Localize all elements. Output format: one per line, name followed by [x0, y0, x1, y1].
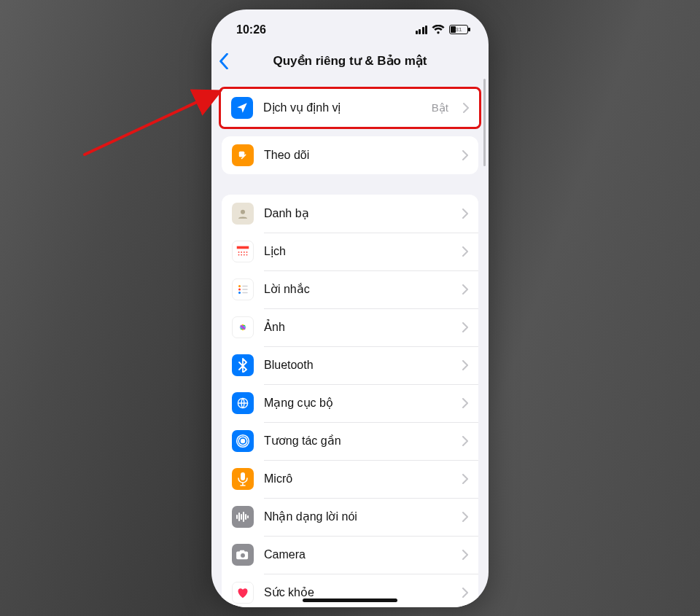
row-label: Micrô [264, 472, 448, 486]
row-label: Sức khỏe [264, 585, 448, 599]
svg-point-9 [244, 254, 245, 255]
scrollbar[interactable] [483, 79, 486, 166]
svg-point-11 [238, 285, 241, 287]
bluetooth-icon [232, 354, 254, 376]
svg-rect-16 [242, 292, 248, 293]
row-label: Dịch vụ định vị [263, 101, 421, 114]
row-label: Camera [264, 548, 448, 561]
row-location-services[interactable]: Dịch vụ định vị Bật [221, 89, 479, 127]
row-label: Tương tác gần [264, 434, 448, 448]
reminders-icon [232, 278, 254, 300]
svg-point-12 [238, 288, 241, 290]
svg-point-13 [238, 292, 241, 294]
status-bar: 10:26 31 [211, 9, 489, 44]
chevron-right-icon [462, 436, 468, 446]
row-local-network[interactable]: Mạng cục bộ [222, 384, 478, 422]
chevron-right-icon [462, 360, 468, 370]
row-label: Lời nhắc [264, 282, 448, 296]
row-label: Lịch [264, 244, 448, 258]
health-heart-icon [232, 582, 254, 604]
row-reminders[interactable]: Lời nhắc [222, 270, 478, 308]
svg-rect-14 [242, 285, 248, 286]
svg-point-10 [246, 254, 248, 255]
chevron-right-icon [462, 208, 468, 219]
svg-rect-27 [241, 472, 245, 480]
chevron-right-icon [462, 150, 468, 160]
svg-rect-2 [237, 246, 249, 249]
svg-point-1 [241, 209, 245, 214]
row-health[interactable]: Sức khỏe [222, 574, 478, 607]
wifi-icon [432, 25, 445, 34]
chevron-right-icon [462, 588, 468, 598]
settings-group-2: Danh bạ Lịch Lời nhắc Ảnh [222, 195, 478, 607]
svg-point-8 [241, 254, 242, 255]
microphone-icon [232, 468, 254, 490]
cellular-signal-icon [416, 26, 428, 34]
row-label: Ảnh [264, 320, 448, 334]
row-nearby-interactions[interactable]: Tương tác gần [222, 422, 478, 460]
nav-header: Quyền riêng tư & Bảo mật [211, 44, 489, 78]
contacts-icon [232, 203, 254, 225]
row-camera[interactable]: Camera [222, 536, 478, 574]
battery-icon: 31 [449, 25, 468, 34]
row-value: Bật [432, 101, 448, 114]
row-label: Danh bạ [264, 206, 448, 220]
row-label: Theo dõi [264, 149, 448, 162]
nearby-icon [232, 430, 254, 452]
chevron-right-icon [462, 398, 468, 408]
svg-point-6 [246, 252, 248, 253]
row-label: Mạng cục bộ [264, 396, 448, 410]
chevron-right-icon [462, 512, 468, 522]
row-bluetooth[interactable]: Bluetooth [222, 346, 478, 384]
chevron-right-icon [463, 103, 469, 113]
camera-icon [232, 544, 254, 566]
status-time: 10:26 [236, 23, 266, 36]
svg-point-5 [244, 252, 245, 253]
back-button[interactable] [219, 53, 229, 69]
chevron-right-icon [462, 550, 468, 560]
photos-icon [232, 316, 254, 338]
chevron-right-icon [462, 322, 468, 332]
globe-grid-icon [232, 392, 254, 414]
svg-point-7 [238, 254, 240, 255]
svg-point-4 [241, 252, 242, 253]
row-contacts[interactable]: Danh bạ [222, 195, 478, 233]
svg-point-3 [238, 252, 240, 253]
chevron-right-icon [462, 474, 468, 484]
row-microphone[interactable]: Micrô [222, 460, 478, 498]
waveform-icon [232, 506, 254, 528]
svg-point-28 [241, 553, 245, 557]
phone-frame: 10:26 31 Quyền riêng tư & Bảo mật Dịch v… [211, 9, 489, 607]
chevron-right-icon [462, 246, 468, 257]
svg-point-24 [241, 439, 245, 442]
row-calendar[interactable]: Lịch [222, 233, 478, 270]
row-speech-recognition[interactable]: Nhận dạng lời nói [222, 498, 478, 536]
page-title: Quyền riêng tư & Bảo mật [273, 53, 427, 69]
status-right: 31 [416, 25, 469, 34]
annotation-arrow [79, 80, 232, 160]
row-label: Nhận dạng lời nói [264, 510, 448, 523]
chevron-left-icon [219, 53, 229, 69]
location-arrow-icon [231, 97, 253, 119]
svg-rect-15 [242, 289, 248, 290]
home-indicator[interactable] [303, 599, 397, 602]
chevron-right-icon [462, 284, 468, 295]
calendar-icon [232, 241, 254, 262]
row-tracking[interactable]: Theo dõi [222, 136, 478, 174]
row-photos[interactable]: Ảnh [222, 308, 478, 346]
settings-group-1: Theo dõi [222, 136, 478, 174]
row-label: Bluetooth [264, 359, 448, 372]
tracking-icon [232, 144, 254, 166]
highlighted-location-row: Dịch vụ định vị Bật [219, 87, 481, 129]
